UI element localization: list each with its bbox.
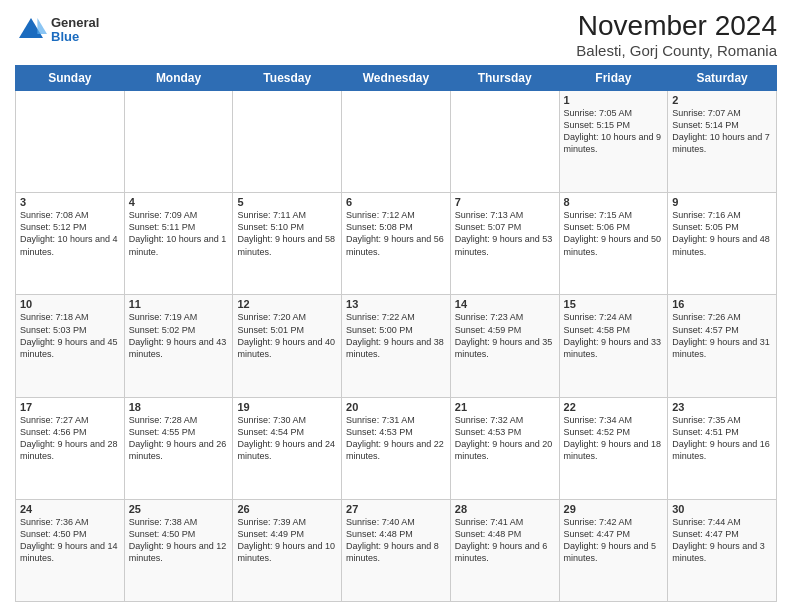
calendar-cell: 18Sunrise: 7:28 AM Sunset: 4:55 PM Dayli… — [124, 397, 233, 499]
day-number: 2 — [672, 94, 772, 106]
calendar-cell: 25Sunrise: 7:38 AM Sunset: 4:50 PM Dayli… — [124, 499, 233, 601]
calendar-cell: 23Sunrise: 7:35 AM Sunset: 4:51 PM Dayli… — [668, 397, 777, 499]
calendar-cell: 30Sunrise: 7:44 AM Sunset: 4:47 PM Dayli… — [668, 499, 777, 601]
calendar-row: 10Sunrise: 7:18 AM Sunset: 5:03 PM Dayli… — [16, 295, 777, 397]
day-number: 18 — [129, 401, 229, 413]
calendar-cell: 24Sunrise: 7:36 AM Sunset: 4:50 PM Dayli… — [16, 499, 125, 601]
calendar-cell: 1Sunrise: 7:05 AM Sunset: 5:15 PM Daylig… — [559, 91, 668, 193]
day-info: Sunrise: 7:08 AM Sunset: 5:12 PM Dayligh… — [20, 209, 120, 258]
calendar-cell: 11Sunrise: 7:19 AM Sunset: 5:02 PM Dayli… — [124, 295, 233, 397]
day-number: 22 — [564, 401, 664, 413]
day-number: 9 — [672, 196, 772, 208]
calendar-cell: 10Sunrise: 7:18 AM Sunset: 5:03 PM Dayli… — [16, 295, 125, 397]
weekday-header: Monday — [124, 66, 233, 91]
day-number: 24 — [20, 503, 120, 515]
calendar-cell: 27Sunrise: 7:40 AM Sunset: 4:48 PM Dayli… — [342, 499, 451, 601]
calendar-cell: 7Sunrise: 7:13 AM Sunset: 5:07 PM Daylig… — [450, 193, 559, 295]
day-number: 17 — [20, 401, 120, 413]
day-info: Sunrise: 7:23 AM Sunset: 4:59 PM Dayligh… — [455, 311, 555, 360]
day-info: Sunrise: 7:44 AM Sunset: 4:47 PM Dayligh… — [672, 516, 772, 565]
day-number: 21 — [455, 401, 555, 413]
day-number: 29 — [564, 503, 664, 515]
day-number: 4 — [129, 196, 229, 208]
logo: General Blue — [15, 14, 99, 46]
day-number: 20 — [346, 401, 446, 413]
day-number: 25 — [129, 503, 229, 515]
calendar-cell: 19Sunrise: 7:30 AM Sunset: 4:54 PM Dayli… — [233, 397, 342, 499]
day-info: Sunrise: 7:26 AM Sunset: 4:57 PM Dayligh… — [672, 311, 772, 360]
calendar-cell: 5Sunrise: 7:11 AM Sunset: 5:10 PM Daylig… — [233, 193, 342, 295]
day-info: Sunrise: 7:09 AM Sunset: 5:11 PM Dayligh… — [129, 209, 229, 258]
day-number: 26 — [237, 503, 337, 515]
day-number: 3 — [20, 196, 120, 208]
calendar-cell — [233, 91, 342, 193]
calendar-cell: 28Sunrise: 7:41 AM Sunset: 4:48 PM Dayli… — [450, 499, 559, 601]
page: General Blue November 2024 Balesti, Gorj… — [0, 0, 792, 612]
calendar-row: 17Sunrise: 7:27 AM Sunset: 4:56 PM Dayli… — [16, 397, 777, 499]
day-info: Sunrise: 7:15 AM Sunset: 5:06 PM Dayligh… — [564, 209, 664, 258]
calendar-cell — [124, 91, 233, 193]
day-number: 12 — [237, 298, 337, 310]
day-number: 15 — [564, 298, 664, 310]
calendar-header: SundayMondayTuesdayWednesdayThursdayFrid… — [16, 66, 777, 91]
day-info: Sunrise: 7:41 AM Sunset: 4:48 PM Dayligh… — [455, 516, 555, 565]
day-number: 14 — [455, 298, 555, 310]
calendar-cell: 2Sunrise: 7:07 AM Sunset: 5:14 PM Daylig… — [668, 91, 777, 193]
day-info: Sunrise: 7:22 AM Sunset: 5:00 PM Dayligh… — [346, 311, 446, 360]
page-title: November 2024 — [576, 10, 777, 42]
calendar-cell: 8Sunrise: 7:15 AM Sunset: 5:06 PM Daylig… — [559, 193, 668, 295]
calendar-cell: 22Sunrise: 7:34 AM Sunset: 4:52 PM Dayli… — [559, 397, 668, 499]
logo-general: General — [51, 16, 99, 30]
day-info: Sunrise: 7:13 AM Sunset: 5:07 PM Dayligh… — [455, 209, 555, 258]
day-info: Sunrise: 7:27 AM Sunset: 4:56 PM Dayligh… — [20, 414, 120, 463]
day-info: Sunrise: 7:35 AM Sunset: 4:51 PM Dayligh… — [672, 414, 772, 463]
day-number: 5 — [237, 196, 337, 208]
calendar-cell: 21Sunrise: 7:32 AM Sunset: 4:53 PM Dayli… — [450, 397, 559, 499]
logo-text: General Blue — [51, 16, 99, 45]
weekday-header: Thursday — [450, 66, 559, 91]
weekday-header: Friday — [559, 66, 668, 91]
day-info: Sunrise: 7:05 AM Sunset: 5:15 PM Dayligh… — [564, 107, 664, 156]
calendar-cell: 6Sunrise: 7:12 AM Sunset: 5:08 PM Daylig… — [342, 193, 451, 295]
day-number: 6 — [346, 196, 446, 208]
day-number: 1 — [564, 94, 664, 106]
logo-icon — [15, 14, 47, 46]
title-block: November 2024 Balesti, Gorj County, Roma… — [576, 10, 777, 59]
weekday-header: Tuesday — [233, 66, 342, 91]
calendar-cell: 3Sunrise: 7:08 AM Sunset: 5:12 PM Daylig… — [16, 193, 125, 295]
calendar-row: 3Sunrise: 7:08 AM Sunset: 5:12 PM Daylig… — [16, 193, 777, 295]
calendar-cell: 13Sunrise: 7:22 AM Sunset: 5:00 PM Dayli… — [342, 295, 451, 397]
weekday-header: Wednesday — [342, 66, 451, 91]
calendar-cell: 29Sunrise: 7:42 AM Sunset: 4:47 PM Dayli… — [559, 499, 668, 601]
day-number: 10 — [20, 298, 120, 310]
day-info: Sunrise: 7:11 AM Sunset: 5:10 PM Dayligh… — [237, 209, 337, 258]
calendar-row: 24Sunrise: 7:36 AM Sunset: 4:50 PM Dayli… — [16, 499, 777, 601]
day-info: Sunrise: 7:12 AM Sunset: 5:08 PM Dayligh… — [346, 209, 446, 258]
header: General Blue November 2024 Balesti, Gorj… — [15, 10, 777, 59]
day-number: 11 — [129, 298, 229, 310]
calendar-cell: 4Sunrise: 7:09 AM Sunset: 5:11 PM Daylig… — [124, 193, 233, 295]
svg-marker-1 — [37, 18, 47, 34]
calendar-cell: 12Sunrise: 7:20 AM Sunset: 5:01 PM Dayli… — [233, 295, 342, 397]
day-info: Sunrise: 7:42 AM Sunset: 4:47 PM Dayligh… — [564, 516, 664, 565]
day-info: Sunrise: 7:31 AM Sunset: 4:53 PM Dayligh… — [346, 414, 446, 463]
weekday-header: Sunday — [16, 66, 125, 91]
day-number: 13 — [346, 298, 446, 310]
day-info: Sunrise: 7:18 AM Sunset: 5:03 PM Dayligh… — [20, 311, 120, 360]
calendar-cell: 26Sunrise: 7:39 AM Sunset: 4:49 PM Dayli… — [233, 499, 342, 601]
day-number: 28 — [455, 503, 555, 515]
calendar-cell: 17Sunrise: 7:27 AM Sunset: 4:56 PM Dayli… — [16, 397, 125, 499]
day-info: Sunrise: 7:34 AM Sunset: 4:52 PM Dayligh… — [564, 414, 664, 463]
logo-blue: Blue — [51, 30, 99, 44]
day-number: 30 — [672, 503, 772, 515]
day-number: 27 — [346, 503, 446, 515]
day-info: Sunrise: 7:40 AM Sunset: 4:48 PM Dayligh… — [346, 516, 446, 565]
day-info: Sunrise: 7:38 AM Sunset: 4:50 PM Dayligh… — [129, 516, 229, 565]
day-info: Sunrise: 7:07 AM Sunset: 5:14 PM Dayligh… — [672, 107, 772, 156]
day-info: Sunrise: 7:39 AM Sunset: 4:49 PM Dayligh… — [237, 516, 337, 565]
day-number: 8 — [564, 196, 664, 208]
day-info: Sunrise: 7:19 AM Sunset: 5:02 PM Dayligh… — [129, 311, 229, 360]
day-info: Sunrise: 7:32 AM Sunset: 4:53 PM Dayligh… — [455, 414, 555, 463]
calendar-table: SundayMondayTuesdayWednesdayThursdayFrid… — [15, 65, 777, 602]
day-info: Sunrise: 7:30 AM Sunset: 4:54 PM Dayligh… — [237, 414, 337, 463]
